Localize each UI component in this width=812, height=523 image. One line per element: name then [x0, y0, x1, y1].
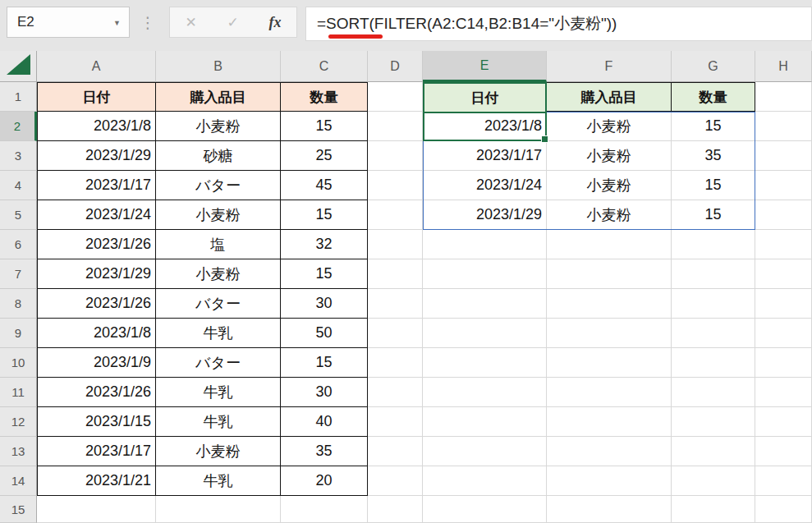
row-header-8[interactable]: 8	[0, 289, 37, 319]
cell-G13[interactable]	[672, 437, 755, 466]
cell-C10[interactable]: 15	[281, 348, 368, 378]
column-header-H[interactable]: H	[755, 51, 812, 82]
cell-D3[interactable]	[368, 141, 423, 171]
cell-C6[interactable]: 32	[281, 230, 368, 259]
cell-B6[interactable]: 塩	[156, 230, 281, 259]
cell-D13[interactable]	[368, 437, 423, 466]
cell-F2[interactable]: 小麦粉	[547, 112, 672, 141]
formula-bar-grip-dots[interactable]: ⋮	[142, 7, 154, 38]
cell-E14[interactable]	[423, 466, 547, 496]
row-header-6[interactable]: 6	[0, 230, 37, 259]
cell-D7[interactable]	[368, 259, 423, 289]
cell-F4[interactable]: 小麦粉	[547, 171, 672, 200]
cell-C2[interactable]: 15	[281, 112, 368, 141]
cell-H15[interactable]	[755, 496, 812, 523]
cell-A4[interactable]: 2023/1/17	[37, 171, 156, 200]
cell-A5[interactable]: 2023/1/24	[37, 200, 156, 230]
cell-G8[interactable]	[672, 289, 755, 319]
cell-B1[interactable]: 購入品目	[156, 82, 281, 112]
row-header-7[interactable]: 7	[0, 259, 37, 289]
cell-B3[interactable]: 砂糖	[156, 141, 281, 171]
row-header-3[interactable]: 3	[0, 141, 37, 171]
cell-G9[interactable]	[672, 319, 755, 348]
cell-H12[interactable]	[755, 407, 812, 437]
cell-H11[interactable]	[755, 378, 812, 407]
cell-D6[interactable]	[368, 230, 423, 259]
cell-E4[interactable]: 2023/1/24	[423, 171, 547, 200]
column-header-B[interactable]: B	[156, 51, 281, 82]
cell-B5[interactable]: 小麦粉	[156, 200, 281, 230]
cell-A10[interactable]: 2023/1/9	[37, 348, 156, 378]
row-header-9[interactable]: 9	[0, 319, 37, 348]
cell-G3[interactable]: 35	[672, 141, 755, 171]
cell-A1[interactable]: 日付	[37, 82, 156, 112]
row-header-4[interactable]: 4	[0, 171, 37, 200]
cell-E7[interactable]	[423, 259, 547, 289]
fill-handle[interactable]	[541, 135, 548, 143]
cell-G12[interactable]	[672, 407, 755, 437]
cell-G11[interactable]	[672, 378, 755, 407]
cell-B11[interactable]: 牛乳	[156, 378, 281, 407]
cell-E10[interactable]	[423, 348, 547, 378]
cell-G15[interactable]	[672, 496, 755, 523]
cancel-icon[interactable]: ✕	[185, 14, 196, 31]
cell-F6[interactable]	[547, 230, 672, 259]
cell-H5[interactable]	[755, 200, 812, 230]
cell-H1[interactable]	[755, 82, 812, 112]
cell-E8[interactable]	[423, 289, 547, 319]
cell-D15[interactable]	[368, 496, 423, 523]
cell-A6[interactable]: 2023/1/26	[37, 230, 156, 259]
cell-F3[interactable]: 小麦粉	[547, 141, 672, 171]
cell-D1[interactable]	[368, 82, 423, 112]
row-header-1[interactable]: 1	[0, 82, 37, 112]
cell-H4[interactable]	[755, 171, 812, 200]
chevron-down-icon[interactable]: ▼	[113, 7, 121, 39]
cell-D12[interactable]	[368, 407, 423, 437]
cell-E1[interactable]: 日付	[423, 82, 547, 112]
cell-A14[interactable]: 2023/1/21	[37, 466, 156, 496]
cell-C13[interactable]: 35	[281, 437, 368, 466]
cell-D10[interactable]	[368, 348, 423, 378]
cell-H9[interactable]	[755, 319, 812, 348]
name-box[interactable]: E2 ▼	[7, 7, 130, 38]
cell-H13[interactable]	[755, 437, 812, 466]
cell-B15[interactable]	[156, 496, 281, 523]
cell-B2[interactable]: 小麦粉	[156, 112, 281, 141]
cell-D11[interactable]	[368, 378, 423, 407]
row-header-12[interactable]: 12	[0, 407, 37, 437]
cell-A13[interactable]: 2023/1/17	[37, 437, 156, 466]
cell-G10[interactable]	[672, 348, 755, 378]
cell-B9[interactable]: 牛乳	[156, 319, 281, 348]
cell-C5[interactable]: 15	[281, 200, 368, 230]
cell-F9[interactable]	[547, 319, 672, 348]
cell-F14[interactable]	[547, 466, 672, 496]
cell-H10[interactable]	[755, 348, 812, 378]
column-header-A[interactable]: A	[37, 51, 156, 82]
cell-H8[interactable]	[755, 289, 812, 319]
cell-E13[interactable]	[423, 437, 547, 466]
cell-C1[interactable]: 数量	[281, 82, 368, 112]
cell-G4[interactable]: 15	[672, 171, 755, 200]
cell-H3[interactable]	[755, 141, 812, 171]
cell-G7[interactable]	[672, 259, 755, 289]
cell-C11[interactable]: 30	[281, 378, 368, 407]
cell-A9[interactable]: 2023/1/8	[37, 319, 156, 348]
cell-B13[interactable]: 小麦粉	[156, 437, 281, 466]
cell-A11[interactable]: 2023/1/26	[37, 378, 156, 407]
row-header-14[interactable]: 14	[0, 466, 37, 496]
row-header-10[interactable]: 10	[0, 348, 37, 378]
cell-D9[interactable]	[368, 319, 423, 348]
cell-E3[interactable]: 2023/1/17	[423, 141, 547, 171]
cell-E12[interactable]	[423, 407, 547, 437]
column-header-C[interactable]: C	[281, 51, 368, 82]
cell-E6[interactable]	[423, 230, 547, 259]
column-header-F[interactable]: F	[547, 51, 672, 82]
row-header-5[interactable]: 5	[0, 200, 37, 230]
cell-A12[interactable]: 2023/1/15	[37, 407, 156, 437]
cell-D5[interactable]	[368, 200, 423, 230]
cell-G5[interactable]: 15	[672, 200, 755, 230]
cell-C8[interactable]: 30	[281, 289, 368, 319]
cell-B12[interactable]: 牛乳	[156, 407, 281, 437]
cell-A8[interactable]: 2023/1/26	[37, 289, 156, 319]
cell-D8[interactable]	[368, 289, 423, 319]
